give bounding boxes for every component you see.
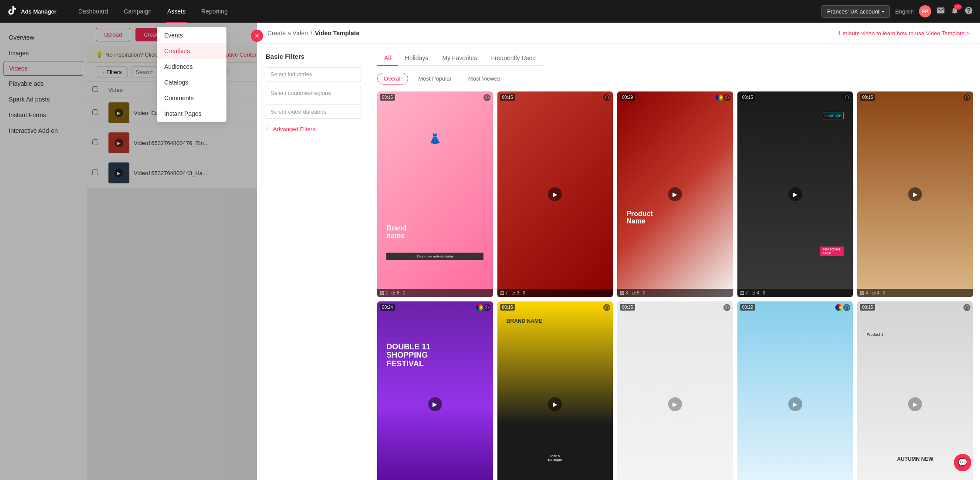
subtab-most-popular[interactable]: Most Popular [412, 73, 458, 85]
video-template-modal: ✕ Create a Video / Video Template 1 minu… [257, 23, 980, 480]
avatar[interactable]: FP [919, 5, 931, 17]
help-video-link[interactable]: 1 minute video to learn how to use Video… [838, 30, 970, 37]
template-card-4[interactable]: 00:15 ⓘ · sample ▶ SEASONALSALE 🖼 7 🗂 4 … [737, 91, 853, 297]
template-tabs-row: All Holidays My Favorites Frequently Use… [377, 51, 973, 66]
modal-close-button[interactable]: ✕ [251, 30, 263, 42]
info-icon: ⓘ [843, 94, 850, 101]
country-select[interactable]: Select countries/regions [266, 86, 361, 100]
template-card-5[interactable]: 00:15 ⓘ ▶ 🖼 4 🗂 4 0 [857, 91, 973, 297]
nav-reporting[interactable]: Reporting [193, 0, 236, 23]
top-navigation: Ads Manager Dashboard Campaign Assets Re… [0, 0, 980, 23]
info-icon: ⓘ [483, 94, 490, 101]
advanced-filters-label: Advanced Filters [273, 126, 315, 132]
template-stat-3: 0 [643, 291, 645, 295]
chevron-icon: 〉 [266, 125, 271, 133]
template-footer: 🖼 7 🗂 4 0 [737, 289, 853, 297]
dropdown-item-comments[interactable]: Comments [157, 90, 226, 106]
template-stat-2: 🗂 3 [511, 291, 519, 295]
template-footer: 🖼 2 🗂 6 0 [377, 289, 493, 297]
play-button[interactable]: ▶ [668, 187, 682, 201]
template-card-6[interactable]: 00:24 ⓘ DOUBLE 11SHOPPINGFESTIVAL ▶ 🖼 13… [377, 301, 493, 480]
dropdown-item-instant-pages[interactable]: Instant Pages [157, 106, 226, 122]
play-button[interactable]: ▶ [908, 187, 922, 201]
template-duration: 00:15 [860, 304, 875, 311]
dropdown-item-creatives[interactable]: Creatives [157, 43, 226, 59]
template-footer: 🖼 8 🗂 9 0 [617, 289, 733, 297]
template-duration: 00:15 [500, 94, 515, 101]
notification-badge: 9+ [954, 4, 962, 10]
template-stat-3: 0 [763, 291, 765, 295]
play-button[interactable]: ▶ [548, 397, 562, 411]
info-icon: ⓘ [723, 94, 730, 101]
info-icon: ⓘ [963, 94, 970, 101]
template-footer: 🖼 4 🗂 4 0 [857, 289, 973, 297]
dropdown-item-audiences[interactable]: Audiences [157, 59, 226, 74]
template-card-9[interactable]: 00:22 ⓘ ▶ 🖼 7 🗂 4 0 [737, 301, 853, 480]
account-selector[interactable]: Frances' UK account ▾ [821, 5, 890, 18]
nav-right: Frances' UK account ▾ English FP 9+ [821, 5, 973, 18]
breadcrumb-parent[interactable]: Create a Video [267, 30, 308, 37]
template-stat-1: 🖼 8 [620, 291, 628, 295]
tab-holidays[interactable]: Holidays [398, 51, 436, 66]
modal-body: Basic Filters Select industries Select c… [257, 44, 980, 480]
tab-my-favorites[interactable]: My Favorites [435, 51, 484, 66]
subtab-overall[interactable]: Overall [377, 73, 408, 85]
template-duration: 00:22 [740, 304, 755, 311]
info-icon: ⓘ [723, 304, 730, 311]
info-icon: ⓘ [603, 94, 610, 101]
play-button[interactable]: ▶ [908, 397, 922, 411]
nav-campaign[interactable]: Campaign [116, 0, 159, 23]
tab-all[interactable]: All [377, 51, 398, 66]
play-button[interactable]: ▶ [788, 187, 802, 201]
subtab-most-viewed[interactable]: Most Viewed [462, 73, 507, 85]
template-stat-3: 0 [403, 291, 406, 295]
play-button[interactable]: ▶ [668, 397, 682, 411]
template-stat-1: 🖼 2 [380, 291, 388, 295]
help-icon[interactable] [964, 6, 973, 17]
info-icon: ⓘ [963, 304, 970, 311]
play-button[interactable]: ▶ [548, 187, 562, 201]
notification-icon[interactable]: 9+ [950, 6, 959, 17]
nav-dashboard[interactable]: Dashboard [71, 0, 116, 23]
template-card-3[interactable]: 00:29 ⓘ ProductName ▶ 🖼 8 🗂 9 0 [617, 91, 733, 297]
info-icon: ⓘ [843, 304, 850, 311]
info-icon: ⓘ [483, 304, 490, 311]
chevron-down-icon: ▾ [882, 9, 884, 14]
template-duration: 00:15 [860, 94, 875, 101]
nav-assets[interactable]: Assets [159, 0, 193, 23]
template-card-8[interactable]: 00:15 ⓘ ▶ 🖼 2 🗂 4 0 [617, 301, 733, 480]
template-stat-3: 0 [883, 291, 885, 295]
info-icon: ⓘ [603, 304, 610, 311]
template-sub-tabs: Overall Most Popular Most Viewed [377, 73, 973, 85]
breadcrumb-separator: / [311, 30, 312, 37]
template-stat-1: 🖼 7 [500, 291, 508, 295]
template-stat-2: 🗂 4 [751, 291, 759, 295]
advanced-filters-toggle[interactable]: 〉 Advanced Filters [266, 125, 361, 133]
template-card-2[interactable]: 00:15 ⓘ ▶ 🖼 7 🗂 3 0 [497, 91, 613, 297]
template-main-tabs: All Holidays My Favorites Frequently Use… [377, 51, 543, 66]
template-stat-2: 🗂 9 [632, 291, 639, 295]
live-chat-button[interactable]: 💬 [954, 454, 971, 471]
breadcrumb: Create a Video / Video Template [267, 30, 359, 37]
template-stat-1: 🖼 7 [740, 291, 748, 295]
language-label[interactable]: English [895, 8, 914, 15]
nav-items: Dashboard Campaign Assets Reporting [71, 0, 236, 23]
template-duration: 00:29 [620, 94, 635, 101]
template-footer: 🖼 7 🗂 3 0 [497, 289, 613, 297]
template-card-7[interactable]: 00:15 ⓘ BRAND NAME ▶ Men'sBoutique 🖼 4 🗂… [497, 301, 613, 480]
template-duration: 00:15 [380, 94, 395, 101]
tab-frequently-used[interactable]: Frequently Used [484, 51, 543, 66]
mail-icon[interactable] [936, 6, 945, 17]
template-card-10[interactable]: 00:15 ⓘ Product 1 AUTUMN NEW ▶ 🖼 4 🗂 5 0 [857, 301, 973, 480]
dropdown-item-catalogs[interactable]: Catalogs [157, 74, 226, 90]
templates-grid: 00:15 ⓘ 👗 Brandname Shop new arrivals to… [377, 91, 973, 480]
app-logo[interactable]: Ads Manager [7, 5, 57, 18]
play-button[interactable]: ▶ [428, 397, 442, 411]
industry-select[interactable]: Select industries [266, 67, 361, 81]
dropdown-item-events[interactable]: Events [157, 27, 226, 43]
app-name: Ads Manager [21, 8, 57, 15]
play-button[interactable]: ▶ [788, 397, 802, 411]
templates-panel: All Holidays My Favorites Frequently Use… [370, 44, 980, 480]
template-card-1[interactable]: 00:15 ⓘ 👗 Brandname Shop new arrivals to… [377, 91, 493, 297]
duration-select[interactable]: Select video durations [266, 105, 361, 119]
